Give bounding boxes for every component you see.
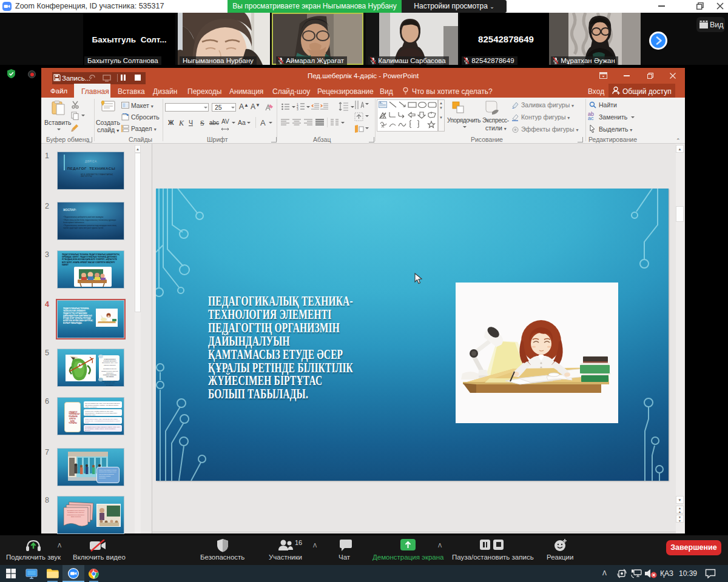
svg-text:A: A [380,101,382,104]
svg-text:3: 3 [297,107,298,110]
